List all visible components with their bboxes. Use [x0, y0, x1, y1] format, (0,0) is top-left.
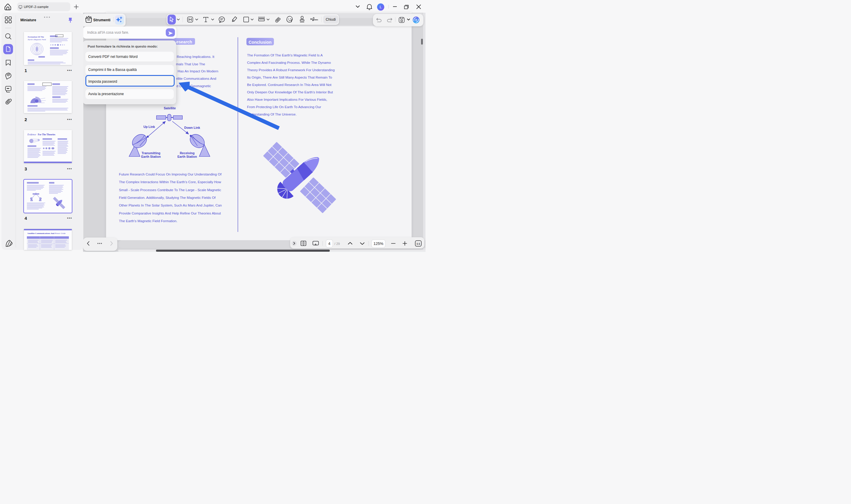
svg-text:L: L: [380, 5, 382, 9]
svg-text:/ 29: / 29: [334, 242, 340, 246]
svg-text:Formation Of The: Formation Of The: [28, 36, 44, 38]
svg-text:4: 4: [328, 242, 330, 246]
svg-text:For The Theories: For The Theories: [38, 133, 55, 136]
svg-text:Earth's Magnetic Field: Earth's Magnetic Field: [28, 38, 46, 40]
svg-text:Satellite Communications And P: Satellite Communications And Power Grids: [28, 232, 66, 235]
svg-text:1:1: 1:1: [416, 242, 420, 245]
svg-text:Evidence: Evidence: [27, 133, 36, 136]
svg-text:125%: 125%: [374, 241, 383, 246]
